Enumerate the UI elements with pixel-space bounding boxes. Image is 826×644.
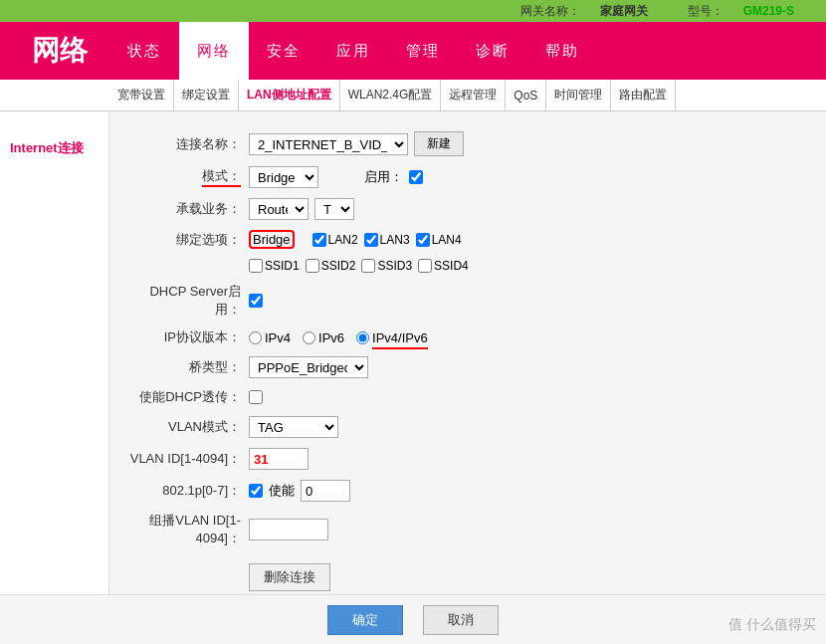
lan3-checkbox[interactable] — [364, 233, 378, 247]
sub-nav: 宽带设置 绑定设置 LAN侧地址配置 WLAN2.4G配置 远程管理 QoS 时… — [0, 80, 826, 111]
vlan-id-control — [249, 448, 309, 470]
ssid4-text: SSID4 — [434, 259, 469, 273]
multicast-row: 组播VLAN ID[1-4094]： — [129, 512, 806, 547]
sidebar-item-internet[interactable]: Internet连接 — [0, 131, 108, 165]
bearer-select2[interactable]: T — [314, 198, 354, 220]
ssid3-checkbox[interactable] — [361, 259, 375, 273]
qos-enable-label: 使能 — [269, 482, 295, 500]
mode-row: 模式： Bridge 启用： — [129, 166, 806, 188]
ipv4v6-radio[interactable] — [356, 331, 369, 344]
lan2-checkbox[interactable] — [312, 233, 326, 247]
qos-enable-checkbox[interactable] — [249, 484, 263, 498]
mode-select[interactable]: Bridge — [249, 166, 318, 188]
ssid3-label: SSID3 — [361, 259, 412, 273]
top-bar: 网关名称： 家庭网关 型号： GM219-S — [0, 0, 826, 22]
ip-version-control: IPv4 IPv6 IPv4/IPv6 — [249, 330, 428, 345]
ssid1-checkbox[interactable] — [249, 259, 263, 273]
vlan-id-input[interactable] — [249, 448, 309, 470]
bridge-type-select[interactable]: PPPoE_Bridged — [249, 356, 368, 378]
confirm-button[interactable]: 确定 — [327, 605, 403, 635]
dhcp-checkbox[interactable] — [249, 294, 263, 308]
vlan-mode-select[interactable]: TAG — [249, 416, 338, 438]
new-button[interactable]: 新建 — [414, 131, 464, 156]
dhcp-label: DHCP Server启用： — [129, 283, 249, 319]
connection-name-select[interactable]: 2_INTERNET_B_VID_31 — [249, 133, 408, 155]
sub-lan-ip[interactable]: LAN侧地址配置 — [239, 80, 340, 110]
sub-wlan[interactable]: WLAN2.4G配置 — [340, 80, 442, 110]
multicast-control — [249, 519, 328, 540]
sub-route[interactable]: 路由配置 — [611, 80, 676, 110]
qos-value-input[interactable] — [301, 480, 350, 502]
nav-security[interactable]: 安全 — [249, 22, 318, 80]
vlan-mode-control: TAG — [249, 416, 338, 438]
bridge-text: Bridge — [253, 232, 291, 247]
nav-manage[interactable]: 管理 — [388, 22, 458, 80]
ip-version-label: IP协议版本： — [129, 328, 249, 346]
connection-name-control: 2_INTERNET_B_VID_31 新建 — [249, 131, 464, 156]
qos-label: 802.1p[0-7]： — [129, 482, 249, 500]
bearer-label: 承载业务： — [129, 200, 249, 218]
delete-button[interactable]: 删除连接 — [249, 563, 330, 591]
sub-broadband[interactable]: 宽带设置 — [109, 80, 174, 110]
ipv6-radio[interactable] — [303, 331, 315, 344]
dhcp-forward-control — [249, 390, 263, 404]
mode-label-text: 模式： — [202, 167, 241, 187]
nav-help[interactable]: 帮助 — [527, 22, 597, 80]
mode-control: Bridge 启用： — [249, 166, 423, 188]
sub-bind[interactable]: 绑定设置 — [174, 80, 239, 110]
dhcp-forward-row: 使能DHCP透传： — [129, 388, 806, 406]
multicast-label: 组播VLAN ID[1-4094]： — [129, 512, 249, 547]
ssid4-checkbox[interactable] — [418, 259, 432, 273]
delete-row: 删除连接 — [129, 563, 806, 591]
lan4-checkbox[interactable] — [416, 233, 430, 247]
qos-control: 使能 — [249, 480, 350, 502]
vlan-id-row: VLAN ID[1-4094]： — [129, 448, 806, 470]
ipv4-text: IPv4 — [265, 330, 291, 345]
ssid2-checkbox[interactable] — [306, 259, 319, 273]
sub-remote[interactable]: 远程管理 — [441, 80, 506, 110]
bearer-select[interactable]: Route — [249, 198, 309, 220]
qos-row: 802.1p[0-7]： 使能 — [129, 480, 806, 502]
ipv6-radio-label: IPv6 — [303, 330, 344, 345]
ssid2-label: SSID2 — [306, 259, 356, 273]
ssid2-text: SSID2 — [321, 259, 356, 273]
lan4-text: LAN4 — [432, 233, 462, 247]
nav-app[interactable]: 应用 — [318, 22, 388, 80]
sub-time[interactable]: 时间管理 — [546, 80, 611, 110]
bind-control: Bridge LAN2 LAN3 LAN4 — [249, 230, 462, 249]
nav-network[interactable]: 网络 — [179, 22, 249, 80]
sidebar: Internet连接 — [0, 111, 109, 644]
bind-label: 绑定选项： — [129, 231, 249, 249]
bridge-circled: Bridge — [249, 230, 295, 249]
bridge-type-control: PPPoE_Bridged — [249, 356, 368, 378]
ssid1-label: SSID1 — [249, 259, 300, 273]
lan2-label: LAN2 — [312, 233, 358, 247]
main-nav: 状态 网络 安全 应用 管理 诊断 帮助 — [109, 22, 816, 80]
lan3-text: LAN3 — [380, 233, 410, 247]
nav-status[interactable]: 状态 — [109, 22, 179, 80]
connection-name-row: 连接名称： 2_INTERNET_B_VID_31 新建 — [129, 131, 806, 156]
gateway-label: 网关名称： — [520, 3, 580, 20]
dhcp-forward-checkbox[interactable] — [249, 390, 263, 404]
content: Internet连接 连接名称： 2_INTERNET_B_VID_31 新建 … — [0, 111, 826, 644]
vlan-id-label: VLAN ID[1-4094]： — [129, 450, 249, 468]
bearer-row: 承载业务： Route T — [129, 198, 806, 220]
model-value: GM219-S — [743, 4, 794, 18]
cancel-button[interactable]: 取消 — [423, 605, 499, 635]
ipv4-radio[interactable] — [249, 331, 262, 344]
enable-checkbox[interactable] — [409, 170, 423, 184]
ssid3-text: SSID3 — [377, 259, 412, 273]
action-bar: 确定 取消 — [0, 594, 826, 644]
ip-version-row: IP协议版本： IPv4 IPv6 IPv4/IPv6 — [129, 328, 806, 346]
nav-diagnose[interactable]: 诊断 — [458, 22, 527, 80]
connection-name-label: 连接名称： — [129, 135, 249, 153]
lan4-label: LAN4 — [416, 233, 462, 247]
dhcp-forward-label: 使能DHCP透传： — [129, 388, 249, 406]
bind-row: 绑定选项： Bridge LAN2 LAN3 LAN4 — [129, 230, 806, 249]
bearer-control: Route T — [249, 198, 354, 220]
sub-qos[interactable]: QoS — [506, 80, 546, 110]
multicast-vlan-input[interactable] — [249, 519, 328, 540]
ipv4-radio-label: IPv4 — [249, 330, 291, 345]
bridge-type-row: 桥类型： PPPoE_Bridged — [129, 356, 806, 378]
watermark: 值 什么值得买 — [728, 616, 816, 634]
